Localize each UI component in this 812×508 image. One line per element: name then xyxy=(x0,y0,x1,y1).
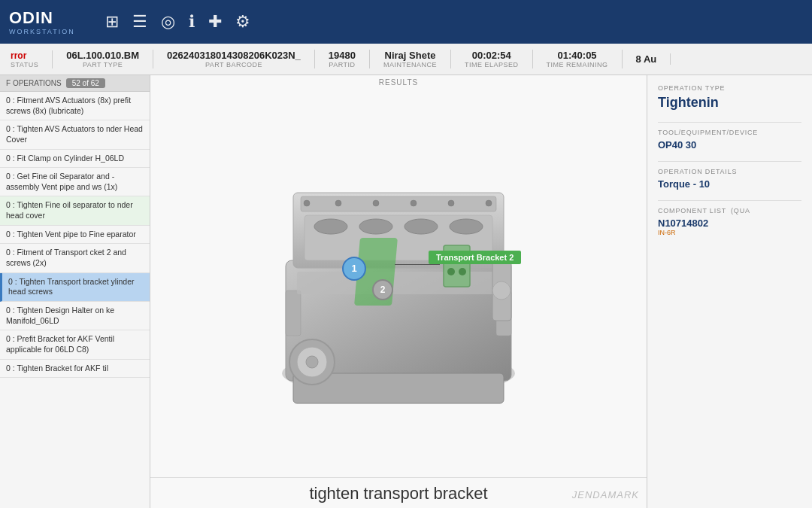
sidebar-item-6[interactable]: 0 : Tighten Vent pipe to Fine eparator xyxy=(0,226,150,245)
svg-point-7 xyxy=(404,219,438,234)
sidebar-item-9[interactable]: 0 : Tighten Design Halter on ke Manifold… xyxy=(0,302,150,330)
engine-view: 1 2 Transport Bracket 2 xyxy=(150,88,647,477)
time-remaining-label: TIME REMAINING xyxy=(547,61,608,68)
operation-type-label: OPERATION TYPE xyxy=(658,84,801,92)
tool-value: OP40 30 xyxy=(658,139,801,151)
transport-bracket-label: Transport Bracket 2 xyxy=(429,251,521,264)
main-layout: F OPERATIONS 52 of 62 0 : Fitment AVS Ac… xyxy=(0,75,812,508)
operation-type-value: Tightenin xyxy=(658,95,801,111)
svg-point-16 xyxy=(448,200,454,206)
svg-point-14 xyxy=(373,200,379,206)
tool-section: TOOL/EQUIPMENT/DEVICE OP40 30 xyxy=(658,129,801,151)
add-icon[interactable]: ✚ xyxy=(208,12,222,32)
svg-point-21 xyxy=(306,356,318,368)
date-value: 8 Au xyxy=(636,53,657,65)
info-icon[interactable]: ℹ xyxy=(189,12,195,32)
callout-2-label: 2 xyxy=(380,284,386,295)
status-label: STATUS xyxy=(11,61,38,68)
svg-point-5 xyxy=(314,219,347,234)
svg-point-28 xyxy=(492,281,511,300)
divider-2 xyxy=(658,161,801,162)
time-elapsed-label: TIME ELAPSED xyxy=(465,61,519,68)
list-icon[interactable]: ☰ xyxy=(132,12,147,32)
time-elapsed-value: 00:02:54 xyxy=(472,50,511,61)
maintenance-item: Niraj Shete MAINTENANCE xyxy=(370,50,451,68)
op-count-badge: 52 of 62 xyxy=(66,78,105,88)
time-elapsed-item: 00:02:54 TIME ELAPSED xyxy=(451,50,533,68)
date-item: 8 Au xyxy=(623,53,671,65)
component-list-section: COMPONENT LIST (QUA N10714802 IN-6R xyxy=(658,207,801,236)
part-type-label: PART TYPE xyxy=(83,61,123,68)
target-icon[interactable]: ◎ xyxy=(161,12,175,32)
sidebar-item-10[interactable]: 0 : Prefit Bracket for AKF Ventil applic… xyxy=(0,330,150,359)
sidebar-item-4[interactable]: 0 : Get Fine oil Separator and -assembly… xyxy=(0,168,150,196)
svg-rect-9 xyxy=(286,291,301,336)
part-type-item: 06L.100.010.BM PART TYPE xyxy=(53,50,153,68)
sidebar-item-3[interactable]: 0 : Fit Clamp on Cylinder H_06LD xyxy=(0,150,150,169)
logo-sub: WORKSTATION xyxy=(9,28,75,35)
sidebar-item-7[interactable]: 0 : Fitment of Transport cket 2 and scre… xyxy=(0,244,150,272)
divider-1 xyxy=(658,122,801,123)
part-type-value: 06L.100.010.BM xyxy=(66,50,139,61)
time-remaining-item: 01:40:05 TIME REMAINING xyxy=(533,50,623,68)
svg-point-17 xyxy=(486,200,492,206)
status-bar: rror STATUS 06L.100.010.BM PART TYPE 026… xyxy=(0,44,812,75)
time-remaining-value: 01:40:05 xyxy=(558,50,597,61)
sidebar-header: F OPERATIONS 52 of 62 xyxy=(0,75,150,92)
svg-rect-3 xyxy=(301,196,496,211)
sidebar-item-1[interactable]: 0 : Fitment AVS Actuators (8x) prefit sc… xyxy=(0,92,150,120)
header: ODIN WORKSTATION ⊞ ☰ ◎ ℹ ✚ ⚙ xyxy=(0,0,812,44)
maintenance-label: MAINTENANCE xyxy=(383,61,437,68)
part-barcode-item: 026240318014308206K023N_ PART BARCODE xyxy=(153,50,315,68)
logo-text: ODIN xyxy=(9,8,53,27)
error-status-item: rror STATUS xyxy=(11,50,53,68)
callout-1: 1 xyxy=(342,257,366,281)
svg-point-13 xyxy=(335,200,341,206)
sidebar-item-2[interactable]: 0 : Tighten AVS Actuators to nder Head C… xyxy=(0,120,150,149)
grid-settings-icon[interactable]: ⊞ xyxy=(105,12,119,32)
svg-point-8 xyxy=(450,219,483,234)
results-label: RESULTS xyxy=(150,75,647,88)
sidebar-list[interactable]: 0 : Fitment AVS Actuators (8x) prefit sc… xyxy=(0,92,150,508)
engine-svg xyxy=(226,140,571,426)
right-panel: OPERATION TYPE Tightenin TOOL/EQUIPMENT/… xyxy=(647,75,812,508)
torque-value: Torque - 10 xyxy=(658,178,801,190)
component-value: N10714802 xyxy=(658,217,801,229)
partid-item: 19480 PARTID xyxy=(315,50,370,68)
quantity-label: (QUA xyxy=(731,207,750,214)
partid-label: PARTID xyxy=(329,61,355,68)
logo-area: ODIN WORKSTATION xyxy=(9,8,75,35)
partid-value: 19480 xyxy=(329,50,356,61)
operation-details-label: OPERATION DETAILS xyxy=(658,168,801,175)
svg-point-15 xyxy=(411,200,417,206)
sidebar-item-8[interactable]: 0 : Tighten Transport bracket ylinder he… xyxy=(0,273,150,302)
svg-point-26 xyxy=(459,268,466,275)
sidebar: F OPERATIONS 52 of 62 0 : Fitment AVS Ac… xyxy=(0,75,150,508)
sidebar-item-11[interactable]: 0 : Tighten Bracket for AKF til xyxy=(0,360,150,379)
caption-text: tighten transport bracket xyxy=(309,484,487,503)
part-barcode-value: 026240318014308206K023N_ xyxy=(167,50,301,61)
operation-details-section: OPERATION DETAILS Torque - 10 xyxy=(658,168,801,190)
callout-2: 2 xyxy=(372,279,393,300)
svg-point-25 xyxy=(447,268,455,275)
engine-svg-area: 1 2 Transport Bracket 2 xyxy=(226,140,571,426)
sidebar-item-5[interactable]: 0 : Tighten Fine oil separator to nder h… xyxy=(0,196,150,225)
svg-point-12 xyxy=(304,200,310,206)
component-sub: IN-6R xyxy=(658,229,801,236)
svg-point-6 xyxy=(359,219,392,234)
tool-label: TOOL/EQUIPMENT/DEVICE xyxy=(658,129,801,136)
error-label: rror xyxy=(11,50,26,61)
jendamark-watermark: JENDAMARK xyxy=(572,489,639,500)
callout-1-label: 1 xyxy=(351,263,356,274)
header-icons: ⊞ ☰ ◎ ℹ ✚ ⚙ xyxy=(105,12,250,32)
operation-type-section: OPERATION TYPE Tightenin xyxy=(658,84,801,111)
center-area: RESULTS xyxy=(150,75,647,508)
operations-label: F OPERATIONS xyxy=(6,79,62,87)
component-list-label: COMPONENT LIST xyxy=(658,207,726,214)
part-barcode-label: PART BARCODE xyxy=(205,61,262,68)
settings-icon[interactable]: ⚙ xyxy=(235,12,250,32)
maintenance-value: Niraj Shete xyxy=(385,50,436,61)
callout-line xyxy=(395,264,440,265)
divider-3 xyxy=(658,200,801,201)
